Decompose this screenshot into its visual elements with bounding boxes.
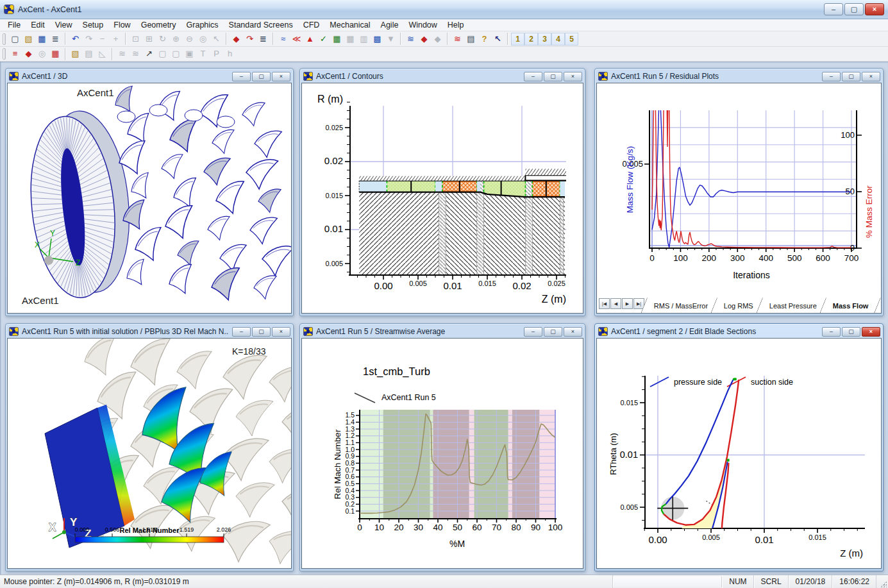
menu-item[interactable]: View [50, 20, 78, 30]
menu-item[interactable]: Setup [78, 20, 109, 30]
print-icon[interactable]: ≣ [49, 33, 62, 46]
multi-plot-icon[interactable]: ▩ [371, 33, 384, 46]
menu-item[interactable]: Geometry [136, 20, 181, 30]
svg-text:0.015: 0.015 [478, 280, 496, 287]
performance-map-icon[interactable]: ≋ [404, 33, 417, 46]
menu-item[interactable]: CFD [298, 20, 325, 30]
minimize-button[interactable]: – [824, 3, 843, 15]
svg-text:0.506: 0.506 [105, 526, 120, 533]
cfd-run-icon[interactable]: ◆ [230, 33, 243, 46]
mesh-view-icon[interactable]: ▦ [330, 33, 344, 46]
minimize-button[interactable]: – [822, 72, 841, 81]
restore-button[interactable]: ▢ [842, 327, 860, 337]
window-title: AxCent1 Run 5 with initial solution / PB… [22, 327, 229, 336]
restore-button[interactable]: ▢ [544, 327, 562, 337]
window-pbplus-title-bar[interactable]: AxCent1 Run 5 with initial solution / PB… [7, 325, 292, 338]
profile-stack-icon[interactable]: ≡ [8, 47, 22, 60]
copy-report-icon[interactable]: ▤ [464, 33, 478, 46]
menu-item[interactable]: File [3, 20, 26, 30]
menu-item[interactable]: Standard Screens [224, 20, 298, 30]
minimize-button[interactable]: – [524, 72, 542, 81]
undo-icon[interactable]: ↶ [69, 33, 82, 46]
svg-text:0.00: 0.00 [648, 534, 667, 545]
contours-plot[interactable]: 0.0050.010.0150.020.0250.000.0050.010.01… [302, 83, 583, 313]
preset-plot-3-icon[interactable]: 3 [538, 33, 551, 46]
window-blade-title-bar[interactable]: AxCent1 / segment 2 / Edit Blade Section… [596, 325, 882, 338]
restore-button[interactable]: ▢ [252, 327, 271, 337]
check-data-icon[interactable]: ✓ [317, 33, 330, 46]
3d-wireframe-view[interactable]: XYZ [8, 83, 291, 313]
tab-mass-flow[interactable]: Mass Flow [819, 298, 881, 314]
menu-item[interactable]: Edit [26, 20, 50, 30]
blade-loading-icon[interactable]: ◆ [417, 33, 431, 46]
blade-geometry-icon[interactable]: ≈ [276, 33, 290, 46]
window-title: AxCent1 Run 5 / Streamwise Average [316, 327, 521, 336]
svg-text:0.015: 0.015 [620, 399, 638, 407]
window-contours-title-bar[interactable]: AxCent1 / Contours – ▢ × [301, 70, 583, 83]
restore-button[interactable]: ▢ [842, 72, 860, 81]
residual-plot[interactable]: 0100200300400500600700Iterations0.005100… [597, 83, 881, 296]
minimize-button[interactable]: – [232, 327, 251, 337]
tab-scroll-first[interactable]: |◀ [599, 298, 610, 309]
restore-button[interactable]: ▢ [252, 72, 271, 81]
axcent-window-icon [9, 72, 19, 81]
resize-grip[interactable] [876, 575, 888, 588]
close-button[interactable]: × [564, 72, 582, 81]
window-residual-title-bar[interactable]: AxCent1 Run 5 / Residual Plots – ▢ × [596, 70, 882, 83]
close-button[interactable]: × [862, 72, 880, 81]
minimize-button[interactable]: – [232, 72, 251, 81]
menu-item[interactable]: Help [442, 20, 469, 30]
residual-monitor-icon[interactable]: ≋ [451, 33, 464, 46]
tab-rms-masserror[interactable]: RMS / MassError [641, 298, 720, 314]
context-help-icon[interactable]: ↖ [491, 33, 505, 46]
report-icon[interactable]: ≣ [256, 33, 270, 46]
mach-contours-icon[interactable]: ≪ [290, 33, 303, 46]
cfd-post-icon[interactable]: ↷ [243, 33, 256, 46]
help-book-icon[interactable]: ▧ [69, 47, 82, 60]
preset-plot-4-icon[interactable]: 4 [551, 33, 565, 46]
help-icon[interactable]: ? [478, 33, 491, 46]
window-3d-title-bar[interactable]: AxCent1 / 3D – ▢ × [7, 70, 292, 83]
preset-plot-1-icon[interactable]: 1 [511, 33, 524, 46]
main-title-bar[interactable]: AxCent - AxCent1 – ▢ × [0, 0, 888, 19]
data-table-icon: ▥ [357, 33, 371, 46]
window-streamwise-title-bar[interactable]: AxCent1 Run 5 / Streamwise Average – ▢ × [301, 325, 583, 338]
pbplus-3d-view[interactable]: XYZRel Mach Number0.0000.5061.0131.5192.… [8, 339, 291, 568]
close-button[interactable]: × [862, 327, 880, 337]
close-button[interactable]: × [272, 327, 290, 337]
axcent-app-icon[interactable] [4, 4, 14, 14]
menu-item[interactable]: Graphics [181, 20, 224, 30]
tab-least-pressure[interactable]: Least Pressure [756, 298, 829, 314]
incidence-flag-icon[interactable]: ▲ [303, 33, 317, 46]
blade-sections-plot[interactable]: pressure sidesuction side0.0050.010.0150… [597, 339, 881, 568]
menu-bar: FileEditViewSetupFlowGeometryGraphicsSta… [0, 19, 888, 31]
menu-item[interactable]: Flow [108, 20, 135, 30]
minimize-button[interactable]: – [822, 327, 841, 337]
save-file-icon[interactable]: ▦ [35, 33, 49, 46]
toolbar-separator [507, 33, 508, 45]
close-button[interactable]: × [272, 72, 290, 81]
tab-scroll-left[interactable]: ◀ [610, 298, 621, 309]
close-button[interactable]: × [564, 327, 582, 337]
window-title: AxCent1 Run 5 / Residual Plots [611, 72, 819, 81]
svg-text:X: X [35, 240, 40, 249]
menu-item[interactable]: Window [403, 20, 442, 30]
blade-globe-icon[interactable]: ◆ [22, 47, 35, 60]
svg-text:1st_cmb_Turb: 1st_cmb_Turb [363, 365, 430, 378]
fit-window-icon[interactable]: ↗ [142, 47, 156, 60]
menu-item[interactable]: Agile [376, 20, 404, 30]
open-file-icon[interactable]: ▧ [22, 33, 35, 46]
preset-plot-2-icon[interactable]: 2 [524, 33, 538, 46]
menu-item[interactable]: Mechanical [324, 20, 375, 30]
maximize-button[interactable]: ▢ [844, 3, 864, 15]
tab-scroll-right[interactable]: ▶ [622, 298, 633, 309]
grid-globe-icon[interactable]: ▦ [49, 47, 62, 60]
status-bar: Mouse pointer: Z (m)=0.014906 m, R (m)=0… [0, 575, 888, 588]
svg-text:0.01: 0.01 [324, 223, 343, 234]
restore-button[interactable]: ▢ [544, 72, 562, 81]
minimize-button[interactable]: – [524, 327, 542, 337]
preset-plot-5-icon[interactable]: 5 [565, 33, 578, 46]
new-file-icon[interactable]: ▢ [8, 33, 22, 46]
close-button[interactable]: × [865, 3, 884, 15]
streamwise-plot[interactable]: 0.10.20.30.40.50.60.70.80.91.01.11.21.31… [302, 339, 583, 568]
